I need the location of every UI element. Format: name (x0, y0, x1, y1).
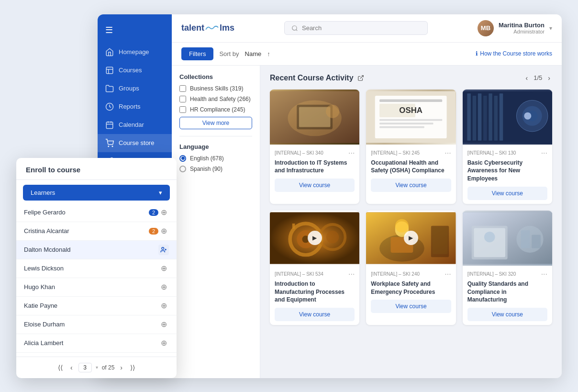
course-title-5: Quality Standards and Compliance in Manu… (467, 280, 547, 304)
svg-point-60 (395, 219, 409, 233)
course-meta-5: [INTERNAL] – SKI 320 ··· (467, 270, 547, 278)
learner-row-1: Cristina Alcantar 2 ⊕ (16, 222, 177, 241)
course-meta-2: [INTERNAL] – SKI 130 ··· (467, 149, 547, 157)
page-dropdown-icon[interactable]: ▾ (96, 365, 98, 370)
user-info[interactable]: MB Maritina Burton Administrator ▾ (478, 20, 552, 36)
learner-row-7: Alicia Lambert ⊕ (16, 334, 177, 353)
learner-name-6: Eloise Durham (24, 321, 158, 328)
svg-rect-33 (467, 93, 470, 140)
language-label-spanish: Spanish (90) (190, 166, 222, 172)
filter-checkbox-health[interactable] (179, 96, 186, 102)
sort-arrow-icon[interactable]: ↑ (267, 50, 270, 57)
courses-header: Recent Course Activity ‹ 1/5 › (270, 73, 552, 83)
course-body-5: [INTERNAL] – SKI 320 ··· Quality Standar… (463, 266, 552, 325)
course-more-4[interactable]: ··· (445, 270, 451, 278)
filter-checkbox-hr[interactable] (179, 106, 186, 113)
view-more-button[interactable]: View more (179, 117, 252, 129)
radio-spanish[interactable] (179, 166, 186, 172)
course-meta-4: [INTERNAL] – SKI 240 ··· (371, 270, 451, 278)
how-it-works-link[interactable]: ℹ How the Course store works (476, 50, 552, 57)
external-link-icon[interactable] (357, 75, 364, 81)
enroll-add-icon-4[interactable]: ⊕ (158, 282, 169, 292)
language-label-english: English (678) (190, 155, 224, 162)
pagination-next-icon[interactable]: › (546, 73, 552, 83)
course-meta-1: [INTERNAL] – SKI 245 ··· (371, 149, 451, 157)
view-course-btn-1[interactable]: View course (371, 179, 451, 192)
enroll-add-icon-7[interactable]: ⊕ (158, 338, 169, 348)
filter-hr-compliance[interactable]: HR Compliance (245) (179, 106, 252, 113)
sidebar-item-groups[interactable]: Groups (98, 79, 172, 98)
svg-rect-59 (433, 227, 448, 254)
learners-dropdown[interactable]: Learners ▾ (23, 185, 170, 201)
page-prev-icon[interactable]: ‹ (68, 363, 75, 372)
search-input[interactable] (302, 24, 421, 32)
collections-title: Collections (179, 73, 252, 80)
course-meta-0: [INTERNAL] – SKI 340 ··· (275, 149, 355, 157)
course-card-0: [INTERNAL] – SKI 340 ··· Introduction to… (270, 90, 359, 204)
page-first-icon[interactable]: ⟨⟨ (56, 363, 65, 372)
course-more-1[interactable]: ··· (445, 149, 451, 157)
svg-point-69 (162, 247, 164, 249)
svg-rect-36 (483, 96, 487, 141)
course-more-0[interactable]: ··· (348, 149, 355, 157)
course-body-1: [INTERNAL] – SKI 245 ··· Occupational He… (366, 145, 456, 196)
view-course-btn-2[interactable]: View course (467, 187, 547, 200)
course-id-2: [INTERNAL] – SKI 130 (467, 150, 516, 156)
enroll-active-icon-2[interactable] (158, 245, 169, 255)
course-more-2[interactable]: ··· (541, 149, 547, 157)
sidebar-item-calendar[interactable]: Calendar (98, 116, 172, 134)
sidebar-item-course-store[interactable]: Course store (98, 134, 172, 152)
enroll-add-icon-3[interactable]: ⊕ (158, 263, 169, 274)
filter-business-skills[interactable]: Business Skills (319) (179, 85, 252, 92)
page-next-icon[interactable]: › (118, 363, 124, 372)
filter-checkbox-business[interactable] (179, 85, 186, 92)
page-number-input[interactable] (78, 363, 92, 372)
enroll-add-icon-6[interactable]: ⊕ (158, 319, 169, 330)
chevron-down-icon: ▾ (159, 189, 162, 196)
learner-row-0: Felipe Gerardo 2 ⊕ (16, 203, 177, 222)
svg-rect-31 (379, 126, 424, 128)
radio-english[interactable] (179, 155, 186, 162)
filter-label-hr: HR Compliance (245) (190, 106, 245, 113)
sidebar-item-courses[interactable]: Courses (98, 61, 172, 79)
course-id-0: [INTERNAL] – SKI 340 (275, 150, 323, 156)
filters-button[interactable]: Filters (181, 47, 213, 60)
hamburger-icon[interactable]: ☰ (98, 21, 172, 43)
svg-rect-26 (379, 99, 442, 102)
search-bar[interactable] (284, 21, 428, 35)
view-course-btn-0[interactable]: View course (275, 179, 355, 192)
view-course-btn-4[interactable]: View course (371, 300, 451, 313)
chevron-down-icon: ▾ (549, 25, 552, 32)
sidebar-item-homepage[interactable]: Homepage (98, 43, 172, 61)
language-spanish[interactable]: Spanish (90) (179, 166, 252, 172)
avatar: MB (478, 20, 494, 36)
course-thumb-5 (463, 211, 552, 266)
course-more-3[interactable]: ··· (348, 270, 355, 278)
course-body-3: [INTERNAL] – SKI 534 ··· Introduction to… (270, 266, 359, 325)
learners-list: Felipe Gerardo 2 ⊕ Cristina Alcantar 2 ⊕… (16, 203, 177, 357)
filter-health-safety[interactable]: Health and Safety (266) (179, 96, 252, 102)
enroll-add-icon-1[interactable]: ⊕ (158, 226, 169, 236)
language-english[interactable]: English (678) (179, 155, 252, 162)
play-button-3[interactable]: ▶ (308, 231, 322, 245)
learner-name-0: Felipe Gerardo (24, 209, 146, 216)
enroll-add-icon-5[interactable]: ⊕ (158, 301, 169, 311)
view-course-btn-3[interactable]: View course (275, 308, 355, 321)
page-total: of 25 (102, 364, 115, 371)
svg-text:OSHA: OSHA (400, 105, 423, 114)
sidebar-item-reports[interactable]: Reports (98, 98, 172, 116)
course-more-5[interactable]: ··· (541, 270, 547, 278)
enroll-add-icon-0[interactable]: ⊕ (158, 207, 169, 218)
page-last-icon[interactable]: ⟩⟩ (128, 363, 137, 372)
course-title-3: Introduction to Manufacturing Processes … (275, 280, 355, 304)
learner-row-6: Eloise Durham ⊕ (16, 315, 177, 334)
course-id-5: [INTERNAL] – SKI 320 (467, 271, 516, 277)
play-button-4[interactable]: ▶ (404, 231, 418, 245)
svg-rect-34 (472, 96, 476, 141)
view-course-btn-5[interactable]: View course (467, 308, 547, 321)
course-thumb-2 (463, 90, 552, 145)
learners-dropdown-label: Learners (31, 189, 55, 196)
course-title-1: Occupational Health and Safety (OSHA) Co… (371, 159, 451, 175)
pagination-prev-icon[interactable]: ‹ (524, 73, 530, 83)
logo-lms: lms (220, 23, 234, 33)
